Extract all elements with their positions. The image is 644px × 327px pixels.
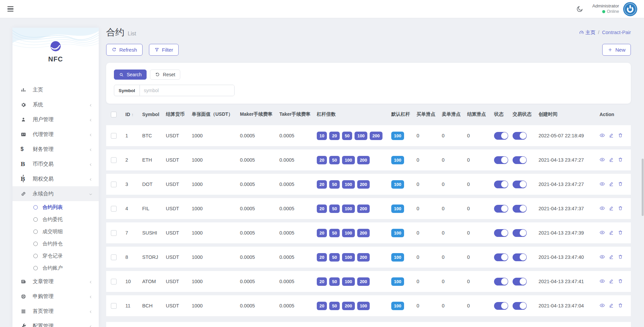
sidebar-item-10[interactable]: 申购管理 bbox=[12, 289, 99, 304]
sidebar-item-12[interactable]: 配置管理 bbox=[12, 319, 99, 327]
edit-button[interactable] bbox=[609, 254, 614, 260]
column-header-1[interactable]: ID↑ bbox=[125, 107, 142, 122]
delete-button[interactable] bbox=[618, 303, 623, 308]
reset-button[interactable]: Reset bbox=[150, 70, 180, 80]
row-checkbox[interactable] bbox=[111, 303, 117, 309]
sidebar-subitem-6[interactable]: 合约账户 bbox=[12, 262, 99, 274]
trade-status-toggle[interactable] bbox=[513, 302, 527, 310]
trade-status-toggle[interactable] bbox=[513, 229, 527, 237]
edit-button[interactable] bbox=[609, 181, 614, 187]
delete-button[interactable] bbox=[618, 133, 623, 138]
status-toggle[interactable] bbox=[494, 253, 508, 261]
sidebar-item-4[interactable]: 代理管理 bbox=[12, 127, 99, 142]
view-button[interactable] bbox=[600, 133, 605, 138]
delete-button[interactable] bbox=[618, 181, 623, 187]
delete-button[interactable] bbox=[618, 278, 623, 284]
column-header-5[interactable]: Maker手续费率 bbox=[240, 107, 279, 122]
leverage-badge: 200 bbox=[370, 132, 382, 140]
view-button[interactable] bbox=[600, 278, 605, 284]
delete-button[interactable] bbox=[618, 206, 623, 211]
view-button[interactable] bbox=[600, 254, 605, 260]
column-header-11[interactable]: 结算滑点 bbox=[467, 107, 494, 122]
view-button[interactable] bbox=[600, 206, 605, 211]
sidebar-item-6[interactable]: B币币交易 bbox=[12, 157, 99, 171]
sidebar-item-8[interactable]: 永续合约 bbox=[12, 186, 99, 201]
avatar[interactable] bbox=[623, 2, 637, 16]
select-all-checkbox[interactable] bbox=[111, 112, 117, 117]
trade-status-toggle[interactable] bbox=[513, 156, 527, 164]
row-checkbox[interactable] bbox=[111, 254, 117, 260]
sidebar-subitem-3[interactable]: 成交明细 bbox=[12, 225, 99, 238]
user-block[interactable]: Administrator Online bbox=[592, 2, 637, 16]
status-toggle[interactable] bbox=[494, 156, 508, 164]
column-header-2[interactable]: Symbol bbox=[142, 107, 166, 122]
sidebar-item-11[interactable]: 首页管理 bbox=[12, 304, 99, 319]
column-header-14[interactable]: 创建时间 bbox=[539, 107, 600, 122]
view-button[interactable] bbox=[600, 181, 605, 187]
column-header-3[interactable]: 结算货币 bbox=[166, 107, 192, 122]
edit-button[interactable] bbox=[609, 157, 614, 162]
sidebar-item-9[interactable]: 文章管理 bbox=[12, 274, 99, 289]
dark-mode-toggle-icon[interactable] bbox=[576, 5, 583, 13]
filter-button[interactable]: Filter bbox=[149, 44, 179, 56]
trade-status-toggle[interactable] bbox=[513, 181, 527, 188]
row-checkbox[interactable] bbox=[111, 279, 117, 284]
sidebar-subitem-4[interactable]: 合约持仓 bbox=[12, 238, 99, 250]
row-checkbox[interactable] bbox=[111, 182, 117, 187]
row-checkbox[interactable] bbox=[111, 157, 117, 163]
status-toggle[interactable] bbox=[494, 205, 508, 213]
view-button[interactable] bbox=[600, 157, 605, 162]
column-header-10[interactable]: 卖单滑点 bbox=[442, 107, 467, 122]
row-maker-fee: 0.0005 bbox=[240, 198, 279, 219]
view-button[interactable] bbox=[600, 303, 605, 308]
edit-button[interactable] bbox=[609, 303, 614, 308]
view-button[interactable] bbox=[600, 230, 605, 235]
status-toggle[interactable] bbox=[494, 302, 508, 310]
sidebar-subitem-2[interactable]: 合约委托 bbox=[12, 213, 99, 225]
row-checkbox[interactable] bbox=[111, 206, 117, 212]
edit-button[interactable] bbox=[609, 206, 614, 211]
edit-button[interactable] bbox=[609, 230, 614, 235]
status-toggle[interactable] bbox=[494, 181, 508, 188]
sidebar-toggle-button[interactable] bbox=[7, 5, 16, 13]
scrollbar-thumb[interactable] bbox=[642, 159, 644, 216]
column-header-13[interactable]: 交易状态 bbox=[513, 107, 539, 122]
column-header-6[interactable]: Taker手续费率 bbox=[279, 107, 317, 122]
row-checkbox[interactable] bbox=[111, 133, 117, 139]
sidebar-item-3[interactable]: 用户管理 bbox=[12, 112, 99, 127]
sidebar-subitem-5[interactable]: 穿仓记录 bbox=[12, 250, 99, 262]
row-status-cell bbox=[494, 125, 513, 146]
row-checkbox[interactable] bbox=[111, 230, 117, 236]
column-header-8[interactable]: 默认杠杆 bbox=[391, 107, 417, 122]
column-header-12[interactable]: 状态 bbox=[494, 107, 513, 122]
sidebar-subitem-1[interactable]: 合约列表 bbox=[12, 201, 99, 213]
symbol-input[interactable] bbox=[140, 85, 234, 96]
breadcrumb-current-link[interactable]: Contract-Pair bbox=[602, 30, 631, 35]
edit-button[interactable] bbox=[609, 278, 614, 284]
trade-status-toggle[interactable] bbox=[513, 253, 527, 261]
breadcrumb-home-link[interactable]: 主页 bbox=[579, 29, 595, 36]
delete-button[interactable] bbox=[618, 157, 623, 162]
column-header-9[interactable]: 买单滑点 bbox=[417, 107, 442, 122]
refresh-button[interactable]: Refresh bbox=[106, 44, 143, 56]
delete-button[interactable] bbox=[618, 230, 623, 235]
new-button[interactable]: New bbox=[602, 44, 631, 56]
column-header-15[interactable]: Action bbox=[600, 107, 631, 122]
sidebar-item-2[interactable]: 系统 bbox=[12, 97, 99, 112]
trade-status-toggle[interactable] bbox=[513, 278, 527, 285]
column-header-4[interactable]: 单张面值（USDT） bbox=[192, 107, 240, 122]
column-header-7[interactable]: 杠杆倍数 bbox=[317, 107, 391, 122]
status-toggle[interactable] bbox=[494, 229, 508, 237]
delete-button[interactable] bbox=[618, 254, 623, 260]
status-toggle[interactable] bbox=[494, 132, 508, 140]
bitcoin-icon: B bbox=[21, 176, 31, 182]
sort-asc-icon[interactable]: ↑ bbox=[131, 112, 134, 117]
status-toggle[interactable] bbox=[494, 278, 508, 285]
sidebar-item-7[interactable]: B期权交易 bbox=[12, 171, 99, 186]
trade-status-toggle[interactable] bbox=[513, 205, 527, 213]
sidebar-item-5[interactable]: $财务管理 bbox=[12, 142, 99, 157]
search-button[interactable]: Search bbox=[114, 70, 147, 80]
edit-button[interactable] bbox=[609, 133, 614, 138]
trade-status-toggle[interactable] bbox=[513, 132, 527, 140]
sidebar-item-1[interactable]: 主页 bbox=[12, 82, 99, 97]
